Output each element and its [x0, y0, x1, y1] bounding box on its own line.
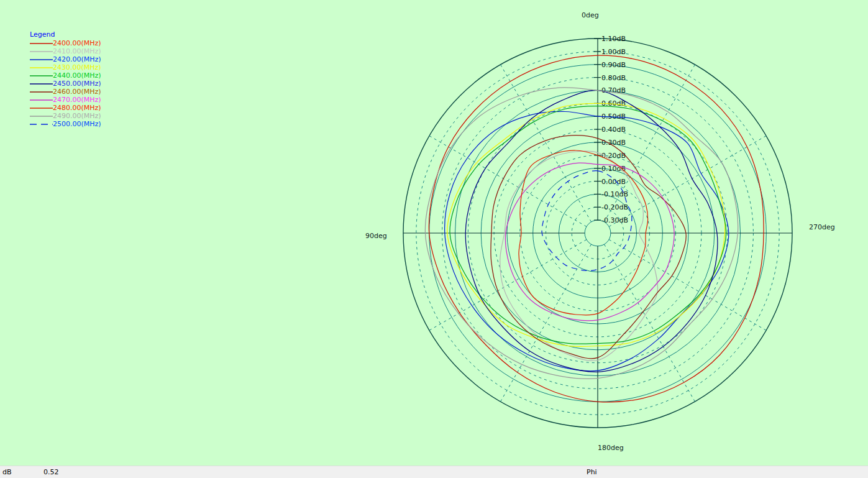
- legend-swatch-line: [30, 71, 53, 80]
- legend-item-250000: 2500.00(MHz): [30, 120, 101, 128]
- polar-chart: 1.10dB1.00dB0.90dB0.80dB0.70dB0.60dB0.50…: [0, 0, 868, 466]
- status-cursor-value: 0.52: [43, 468, 59, 476]
- legend-swatch-line: [30, 80, 53, 88]
- radial-tick-label: 1.00dB: [601, 48, 626, 56]
- trace-247000: [505, 163, 674, 321]
- status-bar: dB 0.52 Phi: [0, 466, 868, 478]
- legend-item-label: 2480.00(MHz): [53, 104, 101, 112]
- legend-item-242000: 2420.00(MHz): [30, 55, 101, 63]
- radial-tick-label: -0.30dB: [601, 216, 628, 224]
- legend-swatch-line: [30, 96, 53, 104]
- radial-tick-label: 0.90dB: [601, 61, 626, 69]
- legend-item-247000: 2470.00(MHz): [30, 96, 101, 104]
- legend-swatch-line: [30, 63, 53, 71]
- legend-item-249000: 2490.00(MHz): [30, 112, 101, 120]
- legend-rows: 2400.00(MHz)2410.00(MHz)2420.00(MHz)2430…: [30, 39, 101, 128]
- legend-swatch-line: [30, 39, 53, 47]
- radial-tick-label: 0.80dB: [601, 74, 626, 82]
- legend-item-244000: 2440.00(MHz): [30, 71, 101, 80]
- legend-item-248000: 2480.00(MHz): [30, 104, 101, 112]
- radial-tick-label: 0.00dB: [601, 178, 626, 186]
- radial-tick-label: -0.10dB: [601, 190, 628, 198]
- trace-241000: [500, 151, 658, 361]
- angle-label-0deg: 0deg: [582, 11, 599, 19]
- legend-item-label: 2420.00(MHz): [53, 55, 101, 63]
- legend-swatch-line: [30, 47, 53, 55]
- legend-item-246000: 2460.00(MHz): [30, 88, 101, 96]
- legend-item-label: 2500.00(MHz): [53, 120, 101, 128]
- legend-item-label: 2440.00(MHz): [53, 71, 101, 80]
- legend-swatch-line: [30, 88, 53, 96]
- legend-swatch-line: [30, 112, 53, 120]
- legend-item-label: 2450.00(MHz): [53, 80, 101, 88]
- legend-item-240000: 2400.00(MHz): [30, 39, 101, 47]
- status-angle-axis-label: Phi: [587, 468, 597, 476]
- radial-tick-label: 0.40dB: [601, 126, 626, 134]
- legend-item-245000: 2450.00(MHz): [30, 80, 101, 88]
- polar-plot-area: 1.10dB1.00dB0.90dB0.80dB0.70dB0.60dB0.50…: [0, 0, 868, 466]
- radial-tick-label: 1.10dB: [601, 35, 626, 43]
- legend-item-label: 2410.00(MHz): [53, 47, 101, 55]
- legend-swatch-line: [30, 104, 53, 112]
- legend-swatch-line: [30, 120, 53, 128]
- radial-tick-label: 0.30dB: [601, 139, 626, 147]
- legend-item-label: 2430.00(MHz): [53, 63, 101, 71]
- angle-label-90deg: 90deg: [365, 232, 387, 240]
- trace-242000: [445, 111, 729, 370]
- status-radial-unit-label: dB: [2, 468, 12, 476]
- radial-tick-label: -0.20dB: [601, 203, 628, 211]
- legend-item-243000: 2430.00(MHz): [30, 63, 101, 71]
- legend: Legend 2400.00(MHz)2410.00(MHz)2420.00(M…: [30, 30, 101, 128]
- angle-label-270deg: 270deg: [809, 223, 835, 231]
- legend-item-label: 2470.00(MHz): [53, 96, 101, 104]
- legend-title: Legend: [30, 30, 101, 39]
- legend-item-label: 2400.00(MHz): [53, 39, 101, 47]
- legend-swatch-line: [30, 55, 53, 63]
- legend-item-241000: 2410.00(MHz): [30, 47, 101, 55]
- angle-label-180deg: 180deg: [598, 444, 624, 452]
- legend-item-label: 2460.00(MHz): [53, 88, 101, 96]
- legend-item-label: 2490.00(MHz): [53, 112, 101, 120]
